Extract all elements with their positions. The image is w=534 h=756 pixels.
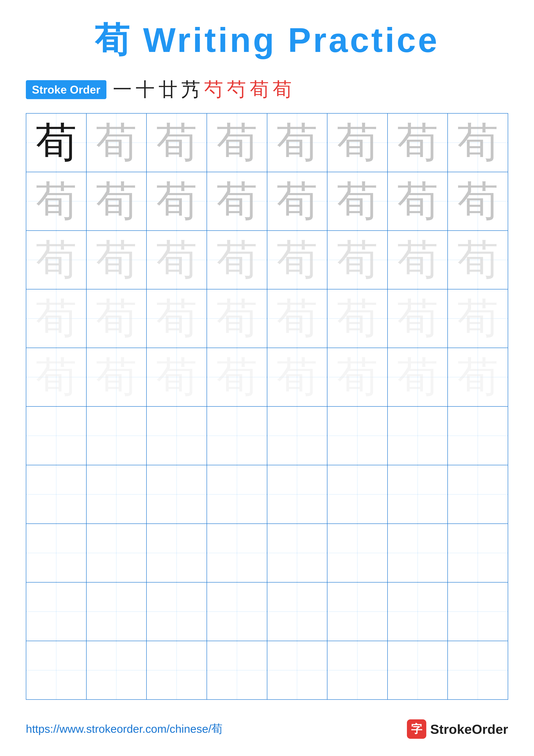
practice-char: 荀: [96, 239, 137, 281]
grid-cell[interactable]: [207, 465, 267, 524]
grid-cell[interactable]: 荀: [448, 231, 508, 289]
grid-cell[interactable]: [87, 582, 147, 641]
grid-cell[interactable]: [327, 465, 388, 524]
grid-cell[interactable]: 荀: [448, 348, 508, 406]
practice-char: 荀: [457, 239, 498, 281]
grid-cell[interactable]: 荀: [87, 172, 147, 230]
grid-cell[interactable]: [87, 465, 147, 524]
grid-cell[interactable]: 荀: [147, 231, 207, 289]
grid-cell[interactable]: [388, 407, 448, 465]
grid-cell[interactable]: 荀: [267, 231, 328, 289]
grid-cell[interactable]: 荀: [327, 172, 388, 230]
stroke-order-row: Stroke Order 一 十 廿 艿 芍 芍 荀 荀: [26, 77, 508, 102]
practice-char: 荀: [337, 122, 378, 163]
grid-cell[interactable]: [327, 407, 388, 465]
grid-cell[interactable]: [388, 465, 448, 524]
grid-cell[interactable]: 荀: [267, 348, 328, 406]
grid-cell[interactable]: 荀: [26, 289, 87, 348]
grid-cell[interactable]: 荀: [327, 289, 388, 348]
grid-cell[interactable]: [147, 407, 207, 465]
grid-cell[interactable]: 荀: [388, 348, 448, 406]
grid-cell[interactable]: 荀: [388, 289, 448, 348]
grid-cell[interactable]: [87, 524, 147, 582]
grid-cell[interactable]: [87, 641, 147, 699]
grid-cell[interactable]: [147, 524, 207, 582]
grid-cell[interactable]: [26, 582, 87, 641]
grid-cell[interactable]: 荀: [388, 114, 448, 172]
grid-cell[interactable]: 荀: [207, 114, 267, 172]
grid-cell[interactable]: [147, 465, 207, 524]
grid-cell[interactable]: [448, 641, 508, 699]
grid-cell[interactable]: [87, 407, 147, 465]
stroke-seq-2: 十: [136, 77, 155, 102]
grid-cell[interactable]: 荀: [267, 289, 328, 348]
footer: https://www.strokeorder.com/chinese/荀 字 …: [26, 719, 508, 739]
grid-cell[interactable]: 荀: [327, 348, 388, 406]
grid-cell[interactable]: 荀: [26, 348, 87, 406]
grid-cell[interactable]: [26, 407, 87, 465]
grid-cell[interactable]: 荀: [448, 289, 508, 348]
practice-char: 荀: [397, 298, 438, 339]
grid-cell[interactable]: 荀: [327, 114, 388, 172]
footer-url[interactable]: https://www.strokeorder.com/chinese/荀: [26, 721, 222, 737]
stroke-seq-8: 荀: [273, 77, 292, 102]
practice-grid: 荀 荀 荀 荀 荀 荀 荀 荀 荀 荀 荀 荀 荀 荀 荀 荀 荀 荀 荀 荀 …: [26, 113, 508, 700]
grid-cell[interactable]: [267, 524, 328, 582]
practice-char: 荀: [277, 357, 318, 398]
grid-cell[interactable]: [26, 641, 87, 699]
grid-cell[interactable]: 荀: [147, 348, 207, 406]
grid-cell[interactable]: [207, 641, 267, 699]
grid-cell[interactable]: [388, 582, 448, 641]
grid-cell[interactable]: [327, 582, 388, 641]
grid-cell[interactable]: [267, 407, 328, 465]
grid-cell[interactable]: 荀: [147, 289, 207, 348]
grid-cell[interactable]: [207, 582, 267, 641]
grid-cell[interactable]: 荀: [327, 231, 388, 289]
grid-cell[interactable]: [267, 465, 328, 524]
grid-cell[interactable]: 荀: [87, 114, 147, 172]
grid-cell[interactable]: 荀: [87, 348, 147, 406]
grid-cell[interactable]: [147, 641, 207, 699]
grid-cell[interactable]: [147, 582, 207, 641]
grid-cell[interactable]: 荀: [87, 289, 147, 348]
grid-row-5: 荀 荀 荀 荀 荀 荀 荀 荀: [26, 348, 508, 407]
grid-cell[interactable]: 荀: [207, 172, 267, 230]
grid-cell[interactable]: 荀: [207, 289, 267, 348]
grid-cell[interactable]: [448, 407, 508, 465]
grid-cell[interactable]: [448, 582, 508, 641]
grid-cell[interactable]: [26, 465, 87, 524]
grid-cell[interactable]: 荀: [388, 231, 448, 289]
practice-char: 荀: [457, 122, 498, 163]
stroke-seq-7: 荀: [250, 77, 269, 102]
grid-cell[interactable]: 荀: [26, 114, 87, 172]
grid-row-9: [26, 582, 508, 641]
grid-cell[interactable]: [26, 524, 87, 582]
grid-cell[interactable]: [448, 524, 508, 582]
grid-cell[interactable]: 荀: [147, 172, 207, 230]
grid-cell[interactable]: [207, 524, 267, 582]
stroke-order-badge: Stroke Order: [26, 80, 106, 99]
grid-cell[interactable]: 荀: [87, 231, 147, 289]
grid-cell[interactable]: 荀: [388, 172, 448, 230]
grid-cell[interactable]: 荀: [267, 172, 328, 230]
grid-cell[interactable]: 荀: [207, 348, 267, 406]
grid-cell[interactable]: [388, 524, 448, 582]
grid-cell[interactable]: 荀: [207, 231, 267, 289]
grid-cell[interactable]: 荀: [448, 172, 508, 230]
grid-cell[interactable]: [207, 407, 267, 465]
grid-cell[interactable]: [448, 465, 508, 524]
grid-cell[interactable]: [267, 582, 328, 641]
grid-cell[interactable]: [388, 641, 448, 699]
page: 荀 Writing Practice Stroke Order 一 十 廿 艿 …: [0, 0, 534, 756]
grid-cell[interactable]: 荀: [448, 114, 508, 172]
practice-char: 荀: [156, 181, 197, 222]
grid-cell[interactable]: [267, 641, 328, 699]
grid-cell[interactable]: [327, 524, 388, 582]
practice-char: 荀: [457, 181, 498, 222]
grid-cell[interactable]: 荀: [26, 231, 87, 289]
grid-cell[interactable]: 荀: [26, 172, 87, 230]
practice-char: 荀: [277, 239, 318, 281]
grid-cell[interactable]: 荀: [267, 114, 328, 172]
grid-cell[interactable]: 荀: [147, 114, 207, 172]
grid-cell[interactable]: [327, 641, 388, 699]
